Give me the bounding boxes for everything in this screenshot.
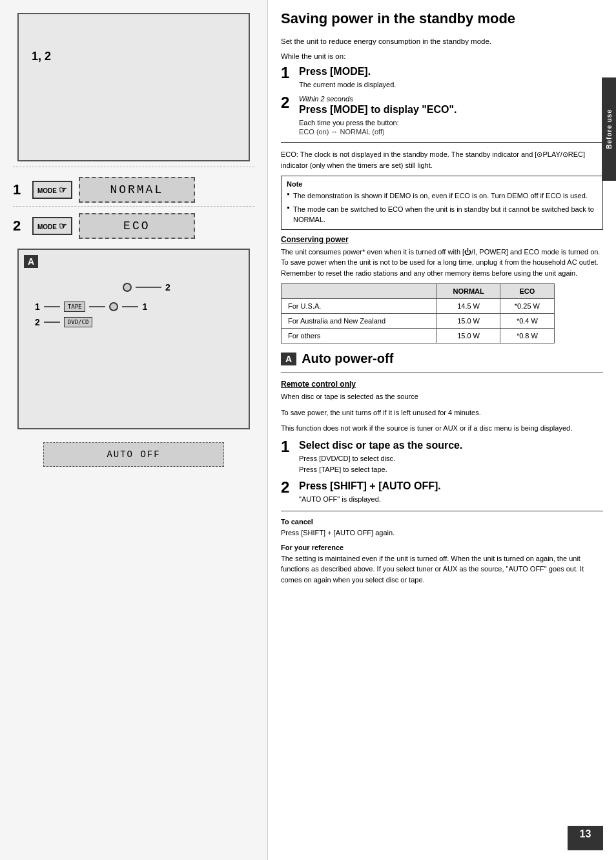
page-num-text: 13 (580, 828, 591, 839)
select-step-content: Select disc or tape as the source. Press… (299, 439, 603, 475)
remote-only-label: Remote control only (281, 380, 603, 389)
mode-label-1: MODE (37, 187, 57, 194)
dvdcd-button: DVD/CD (64, 317, 93, 327)
circle-dot (123, 283, 132, 292)
num2-top: 2 (165, 282, 170, 292)
table-row3-label: For others (282, 329, 437, 343)
step2-number: 2 (13, 218, 26, 234)
before-use-text: Before use (606, 109, 613, 149)
press-step-content: Press [SHIFT] + [AUTO OFF]. "AUTO OFF" i… (299, 480, 603, 504)
step-line-2 (89, 306, 105, 307)
section-a-label: A (24, 255, 38, 268)
table-row2-normal: 15.0 W (437, 314, 500, 329)
press-step-num: 2 (281, 480, 294, 495)
right-step1: 1 Press [MODE]. The current mode is disp… (281, 65, 603, 90)
note-box: Note The demonstration is shown if DEMO … (281, 176, 603, 230)
circle-dot-2 (109, 302, 118, 311)
note-item-2: The mode can be switched to ECO when the… (293, 204, 597, 225)
divider-2 (281, 373, 603, 373)
table-header-eco: ECO (500, 284, 554, 299)
step2-sub2: ECO (on) ↔ NORMAL (off) (299, 128, 603, 136)
select-step-main: Select disc or tape as the source. (299, 439, 603, 453)
num1b-label: 1 (142, 302, 147, 312)
select-step-sub2: Press [TAPE] to select tape. (299, 465, 603, 475)
mode-button-1: MODE ☞ (32, 181, 72, 199)
step2-sub: Each time you press the button: (299, 118, 603, 128)
circle-row: 2 (123, 282, 170, 292)
step-line-3 (122, 306, 138, 307)
auto-off-display: AUTO OFF (43, 442, 224, 467)
step1-section: 1 MODE ☞ NORMAL (13, 177, 254, 203)
table-row1-label: For U.S.A. (282, 299, 437, 314)
divider-1 (281, 142, 603, 143)
right-step2: 2 Within 2 seconds Press [MODE] to displ… (281, 95, 603, 136)
table-header-empty (282, 284, 437, 299)
note-item-1: The demonstration is shown if DEMO is on… (293, 190, 597, 201)
remote-desc1: When disc or tape is selected as the sou… (281, 391, 603, 402)
within-text: Within 2 seconds (299, 95, 603, 103)
select-step-num: 1 (281, 439, 294, 455)
table-row3-eco: *0.8 W (500, 329, 554, 343)
to-cancel-text: Press [SHIFT] + [AUTO OFF] again. (281, 527, 603, 538)
before-use-bar: Before use (602, 77, 616, 181)
tape-label: TAPE (68, 303, 82, 310)
select-step-sub1: Press [DVD/CD] to select disc. (299, 454, 603, 464)
remote-diagram: 2 1 TAPE 1 (25, 276, 242, 334)
remote-desc2: To save power, the unit turns off if it … (281, 407, 603, 418)
hand-icon-2: ☞ (59, 221, 67, 231)
while-on-text: While the unit is on: (281, 52, 603, 60)
for-ref-text: The setting is maintained even if the un… (281, 553, 603, 586)
table-row-2: For Australia and New Zealand 15.0 W *0.… (282, 314, 555, 329)
auto-power-title: A Auto power-off (281, 351, 603, 366)
num2b-label: 2 (35, 317, 40, 327)
top-illustration-box: 1, 2 (17, 13, 250, 161)
label-12: 1, 2 (32, 50, 51, 63)
right-step2-num: 2 (281, 95, 294, 110)
page-title: Saving power in the standby mode (281, 10, 603, 28)
a-badge: A (281, 353, 296, 365)
catalog-number: RQT5327 (573, 841, 598, 848)
num1-label: 1 (35, 302, 40, 312)
step1-main: Press [MODE]. (299, 65, 603, 79)
section-a-inner: 2 1 TAPE 1 (25, 276, 242, 334)
right-step2-content: Within 2 seconds Press [MODE] to display… (299, 95, 603, 136)
hand-icon-1: ☞ (59, 185, 67, 195)
press-step-sub: "AUTO OFF" is displayed. (299, 495, 603, 504)
eco-note: ECO: The clock is not displayed in the s… (281, 149, 603, 170)
table-row2-eco: *0.4 W (500, 314, 554, 329)
for-ref-title: For your reference (281, 544, 603, 551)
select-step: 1 Select disc or tape as the source. Pre… (281, 439, 603, 475)
dvdcd-label: DVD/CD (68, 319, 89, 325)
left-panel: 1, 2 1 MODE ☞ NORMAL 2 MODE ☞ ECO A 2 (0, 0, 268, 860)
conserving-text: The unit consumes power* even when it is… (281, 247, 603, 279)
table-row-3: For others 15.0 W *0.8 W (282, 329, 555, 343)
intro-text: Set the unit to reduce energy consumptio… (281, 36, 603, 47)
step1-sub: The current mode is displayed. (299, 80, 603, 90)
table-header-normal: NORMAL (437, 284, 500, 299)
note-title: Note (287, 180, 597, 188)
step-diagram-rows: 1 TAPE 1 2 (25, 302, 242, 327)
section-a-box: A 2 1 TAPE (17, 249, 250, 429)
step-line-4 (44, 322, 60, 323)
table-row1-eco: *0.25 W (500, 299, 554, 314)
table-row1-normal: 14.5 W (437, 299, 500, 314)
step2-main: Press [MODE] to display "ECO". (299, 103, 603, 117)
tape-button: TAPE (64, 302, 86, 312)
normal-display: NORMAL (79, 177, 195, 203)
press-step: 2 Press [SHIFT] + [AUTO OFF]. "AUTO OFF"… (281, 480, 603, 504)
step2-section: 2 MODE ☞ ECO (13, 213, 254, 239)
right-panel: Before use Saving power in the standby m… (268, 0, 616, 860)
step-line-1 (44, 306, 60, 307)
table-row3-normal: 15.0 W (437, 329, 500, 343)
table-row-1: For U.S.A. 14.5 W *0.25 W (282, 299, 555, 314)
press-step-main: Press [SHIFT] + [AUTO OFF]. (299, 480, 603, 493)
divider-3 (281, 511, 603, 511)
btn-row-2: 2 DVD/CD (35, 317, 232, 327)
eco-display: ECO (79, 213, 195, 239)
mode-button-2: MODE ☞ (32, 217, 72, 235)
to-cancel-title: To cancel (281, 518, 603, 526)
right-step1-content: Press [MODE]. The current mode is displa… (299, 65, 603, 90)
table-row2-label: For Australia and New Zealand (282, 314, 437, 329)
right-step1-num: 1 (281, 65, 294, 81)
page-number: 13 RQT5327 (568, 826, 603, 850)
